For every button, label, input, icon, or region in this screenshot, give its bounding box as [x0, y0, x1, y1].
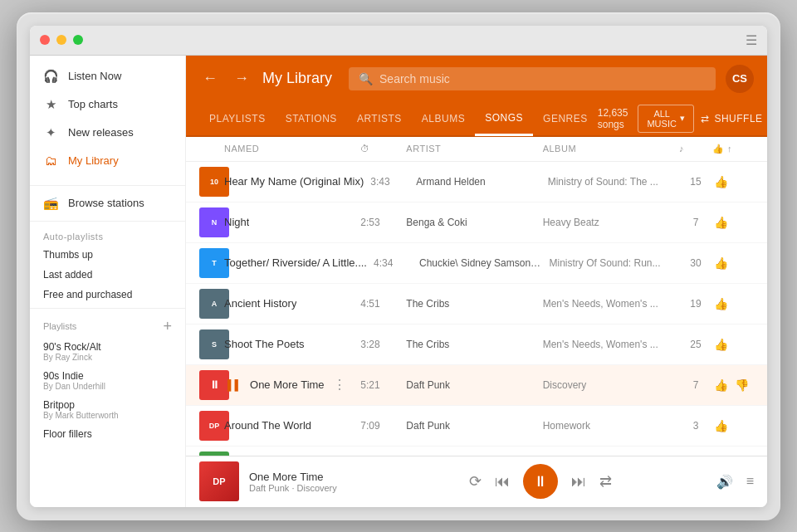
song-artist: Daft Punk	[406, 379, 542, 391]
tab-genres[interactable]: GENRES	[533, 103, 598, 136]
volume-button[interactable]: 🔊	[716, 474, 733, 490]
auto-playlist-free-purchased[interactable]: Free and purchased	[30, 285, 185, 305]
sidebar: 🎧 Listen Now ★ Top charts ✦ New releases…	[30, 56, 186, 507]
tab-albums[interactable]: ALBUMS	[412, 103, 475, 136]
song-album: Ministry of Sound: The ...	[548, 176, 679, 188]
search-input[interactable]	[379, 72, 706, 85]
radio-icon: 📻	[43, 196, 58, 211]
dislike-button[interactable]: 👎	[733, 377, 751, 393]
auto-playlist-last-added[interactable]: Last added	[30, 265, 185, 285]
song-name-cell: ▐▐ One More Time ⋮	[224, 377, 360, 393]
prev-button[interactable]: ⏮	[495, 473, 510, 491]
table-row[interactable]: A Ancient History 4:51 The Cribs Men's N…	[186, 284, 767, 325]
song-plays: 30	[679, 257, 712, 269]
tab-artists[interactable]: ARTISTS	[347, 103, 412, 136]
tab-stations[interactable]: STATIONS	[276, 103, 347, 136]
like-button[interactable]: 👍	[712, 377, 730, 393]
sidebar-item-new-releases[interactable]: ✦ New releases	[30, 119, 185, 147]
song-title: Hear My Name (Original Mix)	[224, 175, 364, 188]
song-name-cell: Together/ Riverside/ A Little....	[224, 256, 374, 269]
header-plays[interactable]: ♪	[679, 144, 712, 154]
table-row[interactable]: DJ Yoda Meets The A-Team 1:09 DJ Yoda DJ…	[186, 447, 767, 456]
playlist-item-2[interactable]: Britpop By Mark Butterworth	[30, 395, 185, 424]
now-playing-album-art: DP	[199, 461, 239, 501]
playlist-item-3[interactable]: Floor fillers	[30, 424, 185, 444]
tab-songs[interactable]: SONGS	[475, 103, 533, 136]
now-playing-bar: DP One More Time Daft Punk · Discovery ⟳…	[186, 456, 767, 507]
song-like-cell: 👍	[712, 295, 754, 312]
song-artist: Benga & Coki	[406, 217, 542, 228]
table-row[interactable]: N Night 2:53 Benga & Coki Heavy Beatz 7 …	[186, 203, 767, 243]
song-title: Ancient History	[224, 297, 296, 310]
minimize-button[interactable]	[56, 35, 66, 45]
playing-indicator: ⏸	[209, 378, 220, 391]
shuffle-icon: ⇄	[701, 113, 710, 124]
all-music-button[interactable]: ALL MUSIC ▾	[638, 105, 693, 133]
pause-button[interactable]: ⏸	[523, 464, 558, 499]
like-button[interactable]: 👍	[712, 173, 730, 190]
main-layout: 🎧 Listen Now ★ Top charts ✦ New releases…	[30, 56, 767, 507]
auto-playlist-thumbsup[interactable]: Thumbs up	[30, 245, 185, 265]
song-like-cell: 👍	[712, 336, 754, 353]
sidebar-item-my-library[interactable]: 🗂 My Library	[30, 147, 185, 175]
song-thumbnail-cell: T	[199, 248, 224, 278]
shuffle-control-button[interactable]: ⇄	[599, 472, 612, 491]
close-button[interactable]	[40, 35, 50, 45]
sidebar-item-browse-stations[interactable]: 📻 Browse stations	[30, 189, 185, 217]
song-thumbnail-cell: S	[199, 329, 224, 359]
tab-playlists[interactable]: PLAYLISTS	[199, 103, 276, 136]
next-button[interactable]: ⏭	[571, 473, 586, 491]
auto-playlists-title: Auto-playlists	[30, 225, 185, 245]
maximize-button[interactable]	[73, 35, 83, 45]
song-title: One More Time	[250, 378, 325, 391]
sidebar-item-top-charts[interactable]: ★ Top charts	[30, 90, 185, 119]
table-row[interactable]: 10 Hear My Name (Original Mix) 3:43 Arma…	[186, 162, 767, 203]
header-album: ALBUM	[543, 144, 679, 154]
song-artist: Armand Helden	[416, 176, 547, 188]
playlist-item-1[interactable]: 90s Indie By Dan Underhill	[30, 366, 185, 395]
like-button[interactable]: 👍	[712, 214, 730, 231]
back-button[interactable]: ←	[199, 66, 221, 90]
like-button[interactable]: 👍	[712, 295, 730, 312]
song-duration: 2:53	[360, 217, 406, 228]
song-name-cell: Shoot The Poets	[224, 338, 360, 350]
song-more-button[interactable]: ⋮	[333, 377, 346, 393]
song-thumbnail-cell: N	[199, 207, 224, 237]
song-name-cell: Hear My Name (Original Mix)	[224, 175, 370, 188]
song-title: Night	[224, 216, 249, 228]
shuffle-button[interactable]: ⇄ SHUFFLE	[701, 113, 763, 124]
add-playlist-button[interactable]: +	[163, 319, 172, 334]
song-album: Men's Needs, Women's ...	[543, 339, 679, 350]
app-window: ☰ 🎧 Listen Now ★ Top charts ✦ New rel	[30, 26, 767, 507]
song-rows-container: 10 Hear My Name (Original Mix) 3:43 Arma…	[186, 162, 767, 456]
content-area: ← → My Library 🔍 CS PLAYLISTS STATIONS A…	[186, 56, 767, 507]
song-artist: Daft Punk	[406, 420, 542, 432]
repeat-button[interactable]: ⟳	[469, 472, 482, 491]
table-row[interactable]: T Together/ Riverside/ A Little.... 4:34…	[186, 243, 767, 284]
avatar-button[interactable]: CS	[726, 65, 754, 93]
sparkle-icon: ✦	[43, 125, 58, 140]
playlist-item-0[interactable]: 90's Rock/Alt By Ray Zinck	[30, 337, 185, 366]
header-like[interactable]: 👍 ↑	[712, 144, 754, 154]
song-list-header: NAMED ⏱ ARTIST ALBUM ♪ 👍 ↑	[186, 137, 767, 162]
sidebar-divider-3	[30, 308, 185, 309]
star-icon: ★	[43, 97, 58, 112]
song-thumbnail-cell: ⏸	[199, 370, 224, 400]
like-button[interactable]: 👍	[712, 255, 730, 271]
like-button[interactable]: 👍	[712, 417, 730, 434]
table-row[interactable]: S Shoot The Poets 3:28 The Cribs Men's N…	[186, 325, 767, 365]
table-row[interactable]: ⏸ ▐▐ One More Time ⋮ 5:21 Daft Punk Disc…	[186, 365, 767, 406]
song-duration: 3:43	[370, 176, 416, 188]
song-artist: The Cribs	[406, 298, 542, 310]
table-row[interactable]: DP Around The World 7:09 Daft Punk Homew…	[186, 406, 767, 447]
song-name-cell: Night	[224, 216, 360, 228]
like-button[interactable]: 👍	[712, 336, 730, 353]
song-title: Around The World	[224, 419, 311, 432]
queue-button[interactable]: ≡	[746, 474, 754, 489]
forward-button[interactable]: →	[231, 66, 252, 90]
song-thumbnail-cell: 10	[199, 167, 224, 197]
sidebar-item-listen-now[interactable]: 🎧 Listen Now	[30, 62, 185, 90]
chevron-down-icon: ▾	[680, 113, 685, 124]
menu-icon[interactable]: ☰	[746, 32, 757, 48]
song-duration: 3:28	[360, 339, 406, 350]
